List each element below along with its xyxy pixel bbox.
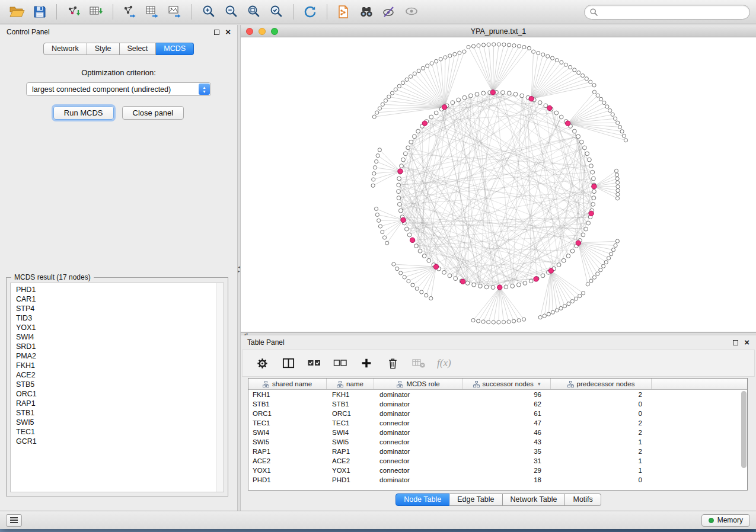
table-row[interactable]: SWI5SWI5connector431 — [248, 437, 747, 447]
search-box[interactable] — [584, 5, 750, 20]
mcds-result-item[interactable]: SWI4 — [16, 332, 224, 342]
table-mode-button[interactable] — [254, 355, 270, 371]
table-cell[interactable]: PHD1 — [248, 475, 327, 485]
table-tab-network-table[interactable]: Network Table — [503, 493, 566, 506]
mcds-result-item[interactable]: RAP1 — [16, 399, 224, 408]
table-cell[interactable]: 1 — [551, 437, 652, 447]
mcds-result-item[interactable]: FKH1 — [16, 361, 224, 370]
table-cell[interactable]: STB1 — [248, 399, 327, 409]
table-cell[interactable]: 46 — [463, 428, 551, 437]
table-tab-node-table[interactable]: Node Table — [395, 493, 449, 506]
float-panel-icon[interactable] — [733, 340, 738, 345]
table-cell[interactable]: dominator — [374, 447, 463, 456]
table-cell[interactable]: 2 — [551, 428, 652, 437]
tab-select[interactable]: Select — [120, 43, 157, 55]
table-cell[interactable]: dominator — [374, 428, 463, 437]
column-header-predecessor-nodes[interactable]: predecessor nodes — [551, 379, 652, 389]
close-panel-icon[interactable]: × — [225, 29, 231, 35]
table-tab-edge-table[interactable]: Edge Table — [449, 493, 502, 506]
table-cell[interactable]: 2 — [551, 447, 652, 456]
mcds-result-item[interactable]: ORC1 — [16, 389, 224, 399]
close-panel-icon[interactable]: × — [744, 339, 749, 345]
result-list-scrollbar[interactable] — [216, 283, 224, 492]
table-cell[interactable]: YOX1 — [327, 466, 374, 475]
table-cell[interactable]: ACE2 — [327, 456, 374, 466]
table-cell[interactable]: dominator — [374, 409, 463, 418]
table-cell[interactable]: 62 — [463, 399, 551, 409]
table-cell[interactable]: FKH1 — [248, 390, 327, 399]
table-cell[interactable]: 2 — [551, 390, 652, 399]
mcds-result-item[interactable]: SWI5 — [16, 418, 224, 427]
import-table-disabled-button[interactable] — [411, 355, 426, 371]
table-cell[interactable]: TEC1 — [248, 418, 327, 428]
optimization-criterion-select[interactable]: largest connected component (undirected)… — [26, 82, 211, 96]
find-button[interactable] — [355, 2, 378, 21]
table-cell[interactable]: 18 — [463, 475, 551, 485]
column-header-MCDS-role[interactable]: MCDS role — [374, 379, 463, 389]
export-web-page-button[interactable] — [333, 2, 355, 21]
table-row[interactable]: RAP1RAP1dominator352 — [248, 447, 747, 456]
tab-network[interactable]: Network — [43, 43, 87, 55]
table-cell[interactable]: dominator — [374, 399, 463, 409]
table-cell[interactable]: FKH1 — [327, 390, 374, 399]
table-cell[interactable]: SWI4 — [248, 428, 327, 437]
hide-graphics-details-button[interactable] — [400, 2, 423, 21]
splitter-arrows-icon[interactable]: ◂▸ — [238, 265, 240, 273]
mcds-result-item[interactable]: TID3 — [16, 313, 224, 323]
table-scrollbar[interactable] — [741, 391, 747, 468]
table-cell[interactable]: ORC1 — [248, 409, 327, 418]
mcds-result-item[interactable]: GCR1 — [16, 437, 224, 446]
search-input[interactable] — [601, 7, 744, 17]
table-cell[interactable]: connector — [374, 456, 463, 466]
mcds-result-item[interactable]: STP4 — [16, 304, 224, 313]
table-cell[interactable]: connector — [374, 466, 463, 475]
deselect-all-button[interactable] — [333, 355, 348, 371]
mcds-result-item[interactable]: ACE2 — [16, 370, 224, 380]
close-panel-button[interactable]: Close panel — [122, 106, 184, 120]
column-header-successor-nodes[interactable]: successor nodes▾ — [463, 379, 551, 389]
table-cell[interactable]: connector — [374, 437, 463, 447]
mcds-result-list[interactable]: PHD1CAR1STP4TID3YOX1SWI4SRD1PMA2FKH1ACE2… — [10, 283, 224, 492]
table-cell[interactable]: STB1 — [327, 399, 374, 409]
mcds-result-item[interactable]: TEC1 — [16, 427, 224, 437]
table-cell[interactable]: 1 — [551, 456, 652, 466]
show-graphics-details-button[interactable] — [378, 2, 400, 21]
float-panel-icon[interactable] — [214, 30, 219, 35]
table-row[interactable]: ACE2ACE2connector311 — [248, 456, 747, 466]
table-cell[interactable]: ORC1 — [327, 409, 374, 418]
memory-button[interactable]: Memory — [701, 514, 750, 527]
column-header-name[interactable]: name — [327, 379, 374, 389]
table-tab-motifs[interactable]: Motifs — [565, 493, 601, 506]
delete-column-button[interactable] — [385, 355, 400, 371]
table-cell[interactable]: SWI4 — [327, 428, 374, 437]
table-cell[interactable]: RAP1 — [248, 447, 327, 456]
table-cell[interactable]: SWI5 — [248, 437, 327, 447]
table-cell[interactable]: 0 — [551, 409, 652, 418]
table-cell[interactable]: 29 — [463, 466, 551, 475]
mcds-result-item[interactable]: STB1 — [16, 408, 224, 418]
table-row[interactable]: STB1STB1dominator620 — [248, 399, 747, 409]
table-cell[interactable]: YOX1 — [248, 466, 327, 475]
mcds-result-item[interactable]: PHD1 — [16, 285, 224, 294]
tab-style[interactable]: Style — [87, 43, 120, 55]
table-cell[interactable]: 0 — [551, 475, 652, 485]
table-cell[interactable]: dominator — [374, 475, 463, 485]
table-row[interactable]: YOX1YOX1connector291 — [248, 466, 747, 475]
table-row[interactable]: ORC1ORC1dominator610 — [248, 409, 747, 418]
function-builder-button[interactable]: f(x) — [437, 357, 451, 369]
export-table-button[interactable] — [141, 2, 164, 21]
open-file-button[interactable] — [6, 2, 28, 21]
zoom-selected-button[interactable] — [265, 2, 288, 21]
table-cell[interactable]: connector — [374, 418, 463, 428]
table-cell[interactable]: 47 — [463, 418, 551, 428]
table-cell[interactable]: TEC1 — [327, 418, 374, 428]
panel-menu-button[interactable] — [6, 514, 22, 527]
network-canvas[interactable] — [241, 37, 756, 332]
zoom-fit-button[interactable] — [243, 2, 265, 21]
zoom-out-button[interactable] — [220, 2, 243, 21]
table-row[interactable]: SWI4SWI4dominator462 — [248, 428, 747, 437]
table-cell[interactable]: 0 — [551, 399, 652, 409]
mcds-result-item[interactable]: STB5 — [16, 380, 224, 389]
table-cell[interactable]: PHD1 — [327, 475, 374, 485]
table-cell[interactable]: 61 — [463, 409, 551, 418]
